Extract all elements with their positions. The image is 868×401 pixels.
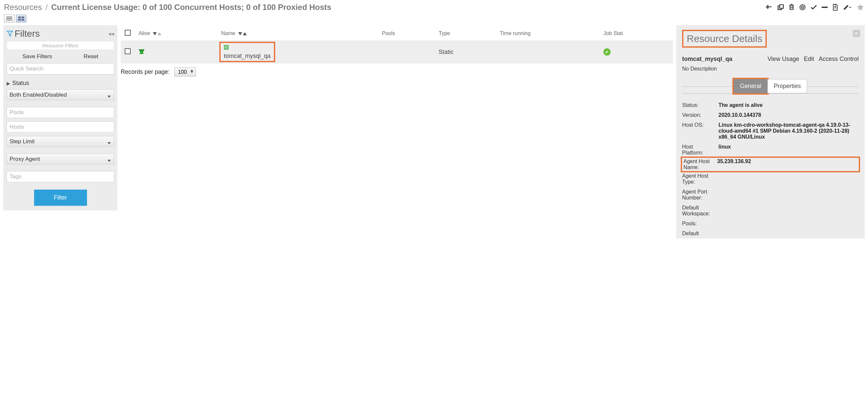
prop-pools-label: Pools: [682,221,715,227]
prop-status-value: The agent is alive [718,102,859,108]
svg-rect-7 [6,18,12,19]
prop-version-value: 2020.10.0.144378 [718,112,859,118]
type-cell: Static [435,40,496,64]
row-checkbox[interactable] [125,48,131,54]
table-row[interactable]: tomcat_mysql_qa Static ✔ [121,40,673,64]
target-icon[interactable] [799,4,806,10]
filters-title-text: Filters [14,28,40,39]
breadcrumb-sep: / [44,3,49,11]
sort-icon [153,32,161,35]
col-job-status[interactable]: Job Stat [599,27,673,40]
prop-hostname-label: Agent Host Name: [683,158,714,171]
col-time-running[interactable]: Time running [496,27,599,40]
col-name[interactable]: Name [217,27,378,40]
breadcrumb-root[interactable]: Resources [4,3,42,11]
quick-search-input[interactable] [7,63,114,74]
prop-platform-value: linux [718,144,859,150]
pools-input[interactable] [7,107,114,118]
tab-general[interactable]: General [734,79,768,93]
col-pools[interactable]: Pools [378,27,435,40]
status-ok-icon: ✔ [603,48,611,56]
records-per-page-select[interactable]: 100 [174,67,196,76]
svg-rect-12 [22,19,24,21]
close-icon[interactable]: ✕ [853,30,860,37]
prop-hostos-label: Host OS: [682,122,715,128]
details-title: Resource Details [682,30,767,48]
step-limit-select[interactable]: Step Limit [7,136,114,147]
caret-right-icon: ▶ [7,81,10,86]
prop-hostname-value: 35.239.136.92 [717,158,858,164]
reset-filters-link[interactable]: Reset [84,53,98,60]
enabled-check-icon [224,45,228,50]
proxy-agent-select[interactable]: Proxy Agent [7,154,114,164]
access-control-link[interactable]: Access Control [819,56,859,63]
trash-icon[interactable] [788,4,795,10]
prop-ws-label: Default Workspace: [682,205,715,217]
svg-rect-1 [780,5,783,8]
prop-platform-label: Host Platform: [682,144,715,156]
minus-icon[interactable] [822,6,828,8]
list-view-icon[interactable] [4,14,14,23]
breadcrumb: Resources / Current License Usage: 0 of … [4,3,766,12]
prop-default-label: Default [682,230,715,237]
collapse-icon[interactable]: ◂◂ [108,30,114,37]
svg-rect-8 [6,20,12,21]
document-icon[interactable] [832,4,838,10]
resource-name-cell[interactable]: tomcat_mysql_qa [219,42,275,62]
toolbar [766,4,864,11]
view-usage-link[interactable]: View Usage [768,56,799,63]
filters-panel: Filters ◂◂ Resource Filters Save Filters… [3,25,118,210]
col-alive[interactable]: Alive [135,27,217,40]
sort-icon [238,32,247,35]
svg-rect-11 [18,19,21,21]
details-panel: ✕ Resource Details tomcat_mysql_qa No De… [676,25,865,239]
edit-link[interactable]: Edit [804,56,814,63]
svg-rect-10 [22,17,24,18]
details-description: No Description [682,66,733,72]
filter-button[interactable]: Filter [34,190,87,206]
alive-icon [138,49,213,55]
resource-filters-bar[interactable]: Resource Filters [7,41,114,50]
svg-rect-5 [822,7,828,8]
agent-host-name-highlight: Agent Host Name: 35.239.136.92 [682,158,859,171]
prop-hosttype-label: Agent Host Type: [682,173,715,185]
save-filters-link[interactable]: Save Filters [23,53,52,60]
edit-menu-icon[interactable] [843,4,852,10]
resource-name-text: tomcat_mysql_qa [224,53,271,59]
enabled-select[interactable]: Both Enabled/Disabled [7,89,114,100]
breadcrumb-title: Current License Usage: 0 of 100 Concurre… [51,3,332,11]
add-menu-icon[interactable] [766,4,773,10]
status-toggle[interactable]: ▶ Status [7,80,114,87]
hosts-input[interactable] [7,121,114,133]
copy-icon[interactable] [777,4,784,10]
grid-view-icon[interactable] [16,14,27,23]
records-label: Records per page: [121,68,170,75]
filters-title: Filters [7,28,40,39]
status-label: Status [12,80,29,87]
tags-input[interactable] [7,171,114,182]
svg-point-4 [802,7,803,8]
check-icon[interactable] [810,5,817,10]
details-resource-name: tomcat_mysql_qa [682,56,733,63]
tab-properties[interactable]: Properties [768,79,807,93]
table-area: Alive Name Pools Type [121,25,673,81]
star-icon[interactable] [857,4,864,11]
prop-hostos-value: Linux km-cdro-workshop-tomcat-agent-qa 4… [718,122,859,140]
funnel-icon [7,30,13,37]
prop-status-label: Status: [682,102,715,108]
prop-version-label: Version: [682,112,715,118]
select-all-checkbox[interactable] [125,30,131,36]
svg-rect-9 [18,17,21,18]
svg-rect-6 [6,17,12,18]
prop-port-label: Agent Port Number: [682,189,715,201]
col-type[interactable]: Type [435,27,496,40]
